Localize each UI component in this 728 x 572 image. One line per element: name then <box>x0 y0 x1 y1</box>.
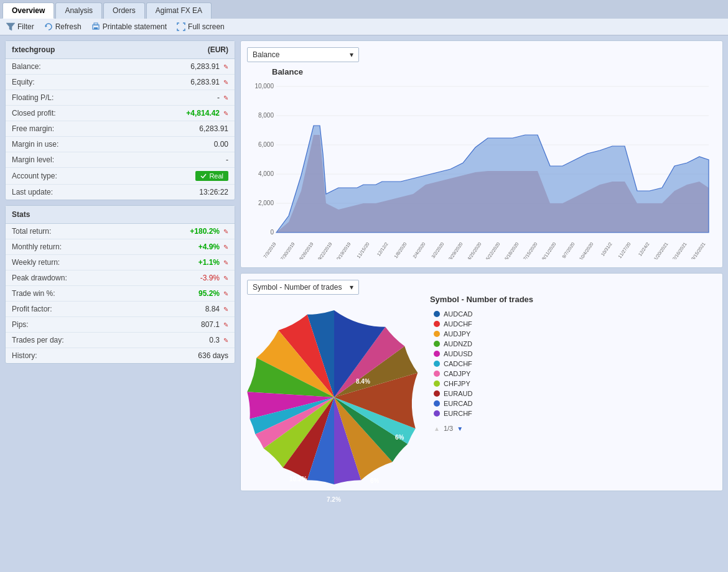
account-equity-row: Equity: 6,283.91 ✎ <box>6 75 235 90</box>
legend-audchf: AUDCHF <box>434 320 472 328</box>
accounttype-label: Account type: <box>12 172 57 180</box>
page-next-arrow[interactable]: ▼ <box>457 425 463 432</box>
legend-dot-eurchf <box>434 410 440 417</box>
account-header: fxtechgroup (EUR) <box>6 41 235 59</box>
balance-value: 6,283.91 <box>190 62 220 71</box>
svg-rect-3 <box>94 23 98 25</box>
svg-text:7/30/2019: 7/30/2019 <box>279 241 296 259</box>
tradesperday-value: 0.3 <box>182 336 220 344</box>
pie-chart-title: Symbol - Number of trades <box>247 295 716 304</box>
svg-text:8.4%: 8.4% <box>356 378 370 385</box>
legend-pagination: ▲ 1/3 ▼ <box>434 425 472 432</box>
margininuse-label: Margin in use: <box>12 140 58 149</box>
margininuse-value: 0.00 <box>214 140 228 149</box>
toolbar: Filter Refresh Printable statement <box>0 19 728 35</box>
freemargin-label: Free margin: <box>12 124 54 133</box>
pie-chart-card: Symbol - Number of trades ▾ Symbol - Num… <box>240 273 723 491</box>
balance-dropdown[interactable]: Balance ▾ <box>247 47 359 62</box>
page-prev-arrow[interactable]: ▲ <box>434 425 440 432</box>
legend-dot-chfjpy <box>434 381 440 387</box>
account-floating-row: Floating P/L: - ✎ <box>6 90 235 106</box>
peakdrawdown-edit[interactable]: ✎ <box>223 275 228 282</box>
account-profit-row: Closed profit: +4,814.42 ✎ <box>6 106 235 121</box>
refresh-button[interactable]: Refresh <box>44 22 82 31</box>
tab-orders[interactable]: Orders <box>103 2 145 19</box>
equity-edit[interactable]: ✎ <box>223 79 228 86</box>
svg-marker-0 <box>6 23 15 30</box>
monthlyreturn-label: Monthly return: <box>12 242 62 251</box>
legend-audjpy: AUDJPY <box>434 330 472 338</box>
stats-profitfactor-row: Profit factor: 8.84 ✎ <box>6 302 235 317</box>
svg-text:2/4/2020: 2/4/2020 <box>412 241 427 259</box>
legend-eurchf: EURCHF <box>434 410 472 417</box>
fullscreen-button[interactable]: Full screen <box>177 22 225 31</box>
stats-weeklyreturn-row: Weekly return: +1.1% ✎ <box>6 255 235 270</box>
svg-text:8,000: 8,000 <box>258 112 274 119</box>
svg-text:10/19/2019: 10/19/2019 <box>334 241 352 259</box>
svg-text:6%: 6% <box>395 434 404 441</box>
monthlyreturn-edit[interactable]: ✎ <box>223 244 228 251</box>
pie-dropdown[interactable]: Symbol - Number of trades ▾ <box>247 280 359 295</box>
equity-label: Equity: <box>12 78 35 86</box>
svg-text:1/8/2020: 1/8/2020 <box>393 241 408 259</box>
totalreturn-value: +180.2% <box>182 227 220 236</box>
filter-button[interactable]: Filter <box>6 22 34 31</box>
legend-dot-audnzd <box>434 341 440 347</box>
balance-chart-title: Balance <box>272 67 716 76</box>
account-name: fxtechgroup <box>12 45 55 54</box>
print-button[interactable]: Printable statement <box>91 22 167 31</box>
balance-edit[interactable]: ✎ <box>223 63 228 70</box>
svg-text:0: 0 <box>270 229 274 236</box>
legend-chfjpy: CHFJPY <box>434 380 472 387</box>
legend-dot-cadjpy <box>434 371 440 377</box>
checkmark-icon <box>200 173 207 179</box>
tab-overview[interactable]: Overview <box>2 2 54 19</box>
profit-edit[interactable]: ✎ <box>223 110 228 117</box>
account-marginlevel-row: Margin level: - <box>6 152 235 168</box>
svg-marker-1 <box>45 25 47 27</box>
svg-text:10,000: 10,000 <box>254 83 274 90</box>
tradesperday-edit[interactable]: ✎ <box>223 337 228 344</box>
weeklyreturn-edit[interactable]: ✎ <box>223 259 228 266</box>
fullscreen-icon <box>177 22 185 31</box>
stats-header: Stats <box>6 206 235 224</box>
svg-text:3/29/2020: 3/29/2020 <box>447 241 464 259</box>
pie-dropdown-row: Symbol - Number of trades ▾ <box>247 280 716 295</box>
tab-agimat[interactable]: Agimat FX EA <box>146 2 212 19</box>
svg-text:7/15/2020: 7/15/2020 <box>522 241 539 259</box>
marginlevel-label: Margin level: <box>12 155 54 164</box>
stats-tradesperday-row: Trades per day: 0.3 ✎ <box>6 333 235 348</box>
svg-text:9/22/2019: 9/22/2019 <box>317 241 334 259</box>
floating-edit[interactable]: ✎ <box>223 95 228 101</box>
legend-cadchf: CADCHF <box>434 360 472 367</box>
legend-euraud: EURAUD <box>434 390 472 397</box>
svg-text:11/27/20: 11/27/20 <box>617 241 632 259</box>
svg-text:10/31/2: 10/31/2 <box>600 241 614 257</box>
svg-text:1/20/2021: 1/20/2021 <box>653 241 670 259</box>
lastupdate-value: 13:26:22 <box>199 188 228 196</box>
print-icon <box>91 22 100 31</box>
account-lastupdate-row: Last update: 13:26:22 <box>6 185 235 200</box>
totalreturn-edit[interactable]: ✎ <box>223 228 228 235</box>
svg-text:7/3/2019: 7/3/2019 <box>263 241 278 259</box>
monthlyreturn-value: +4.9% <box>182 242 220 251</box>
account-currency: (EUR) <box>208 45 228 54</box>
stats-pips-row: Pips: 807.1 ✎ <box>6 317 235 333</box>
svg-text:9/7/2020: 9/7/2020 <box>561 241 576 259</box>
pips-edit[interactable]: ✎ <box>223 321 228 328</box>
svg-text:6%: 6% <box>370 477 380 484</box>
account-type-badge: Real <box>195 171 228 181</box>
legend-dot-audchf <box>434 321 440 327</box>
history-label: History: <box>12 351 37 360</box>
svg-marker-18 <box>276 126 709 233</box>
profit-label: Closed profit: <box>12 109 56 118</box>
svg-text:4,000: 4,000 <box>258 170 274 177</box>
account-balance-row: Balance: 6,283.91 ✎ <box>6 59 235 75</box>
stats-card: Stats Total return: +180.2% ✎ Monthly re… <box>5 205 235 364</box>
lastupdate-label: Last update: <box>12 188 53 196</box>
tab-analysis[interactable]: Analysis <box>55 2 102 19</box>
right-panel: Balance ▾ Balance 10,000 8,000 6,000 4,0… <box>240 40 723 491</box>
stats-tradewin-row: Trade win %: 95.2% ✎ <box>6 286 235 302</box>
tradewin-edit[interactable]: ✎ <box>223 290 228 297</box>
profitfactor-edit[interactable]: ✎ <box>223 306 228 313</box>
